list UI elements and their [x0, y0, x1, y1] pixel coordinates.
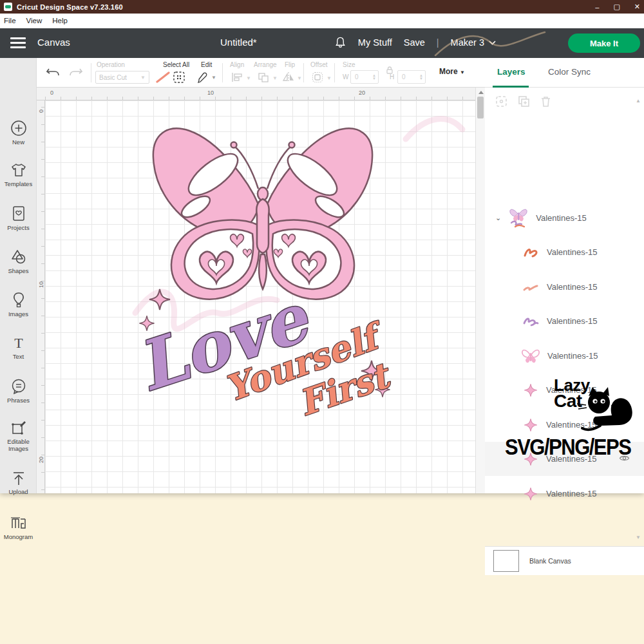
size-label: Size — [343, 61, 355, 68]
visibility-eye-icon[interactable] — [619, 454, 630, 462]
select-all-label[interactable]: Select All — [163, 61, 189, 68]
upload-arrow-icon — [10, 470, 27, 487]
scrollbar-thumb[interactable] — [477, 97, 484, 118]
text-icon: T — [10, 335, 27, 352]
panel-scroll-up-arrow[interactable]: ▲ — [636, 98, 641, 104]
menu-bar: File View Help — [0, 14, 644, 28]
script-thumbnail-purple — [522, 314, 539, 328]
layer-row[interactable]: Valentines-15 — [485, 235, 644, 269]
make-it-button[interactable]: Make It — [568, 33, 640, 53]
menu-view[interactable]: View — [26, 17, 43, 24]
notification-bell-icon[interactable] — [334, 36, 346, 49]
chevron-down-icon[interactable]: ⌄ — [495, 214, 501, 222]
flip-icon — [282, 72, 295, 82]
layer-row-highlighted[interactable]: Valentines-15 — [485, 442, 644, 476]
duplicate-icon[interactable] — [518, 95, 530, 108]
sidebar-item-templates[interactable]: Templates — [0, 161, 37, 188]
undo-icon[interactable] — [46, 66, 60, 79]
window-title: Cricut Design Space v7.23.160 — [17, 3, 123, 11]
menu-help[interactable]: Help — [52, 17, 68, 24]
edit-pencil-icon[interactable] — [196, 71, 209, 84]
butterfly-thumbnail-pink — [522, 348, 540, 364]
layer-row[interactable]: Valentines-15 — [485, 408, 644, 442]
cricut-app-icon — [4, 3, 12, 11]
group-thumbnail-butterfly-design — [509, 207, 528, 229]
design-canvas[interactable]: Love Yourself First — [45, 100, 475, 493]
operation-label: Operation — [97, 61, 125, 68]
redo-icon[interactable] — [69, 66, 83, 79]
height-input[interactable]: 0 ▲▼ — [397, 70, 426, 84]
sparkle-thumbnail-icon — [523, 451, 538, 467]
maximize-button[interactable]: ▢ — [613, 3, 620, 11]
sidebar-item-shapes[interactable]: Shapes — [0, 248, 37, 275]
menu-file[interactable]: File — [4, 17, 16, 24]
canvas-vertical-scrollbar[interactable] — [475, 88, 485, 493]
app-window: Cricut Design Space v7.23.160 – ▢ ✕ File… — [0, 0, 644, 493]
speech-bubble-icon — [10, 377, 28, 395]
width-input[interactable]: 0 ▲▼ — [350, 70, 379, 84]
editable-pen-icon — [10, 420, 28, 437]
script-thumbnail-orange — [522, 245, 539, 260]
minimize-button[interactable]: – — [595, 3, 599, 11]
sidebar-item-editable-images[interactable]: Editable Images — [0, 420, 37, 452]
hot-air-balloon-icon — [10, 291, 27, 309]
edit-label[interactable]: Edit — [201, 61, 212, 68]
butterfly-graphic[interactable] — [153, 128, 372, 299]
height-label: H — [390, 73, 394, 80]
svg-text:T: T — [14, 335, 23, 351]
canvas-color-swatch[interactable] — [493, 550, 519, 572]
nav-bar: Canvas Untitled* My Stuff Save | Maker 3… — [0, 28, 644, 58]
my-stuff-link[interactable]: My Stuff — [358, 37, 392, 48]
hamburger-menu-icon[interactable] — [10, 37, 26, 51]
active-tab-indicator — [493, 86, 529, 88]
layer-row[interactable]: Valentines-15 — [485, 304, 644, 338]
width-label: W — [343, 73, 348, 80]
chevron-down-icon: ▼ — [140, 75, 146, 80]
layer-row[interactable]: Valentines-15 — [485, 373, 644, 407]
sidebar-item-new[interactable]: New — [0, 119, 37, 146]
blank-canvas-row[interactable]: Blank Canvas — [485, 546, 644, 575]
sidebar-item-text[interactable]: T Text — [0, 335, 37, 361]
more-menu[interactable]: More ▼ — [439, 67, 465, 76]
width-stepper[interactable]: ▲▼ — [372, 74, 376, 80]
plus-circle-icon — [10, 119, 28, 137]
sidebar-item-monogram[interactable]: Monogram — [0, 515, 37, 541]
sparkle-thumbnail-icon — [523, 383, 538, 398]
align-icon — [231, 72, 243, 82]
save-button[interactable]: Save — [404, 37, 425, 48]
operation-color-swatch[interactable] — [155, 71, 171, 84]
project-card-icon — [10, 205, 27, 223]
layers-panel: Layers Color Sync ▲ ⌄ Valentines-15 — [485, 58, 644, 493]
watermark-scribble — [431, 30, 547, 58]
document-title[interactable]: Untitled* — [220, 37, 257, 48]
tab-layers[interactable]: Layers — [497, 67, 526, 77]
sidebar-item-images[interactable]: Images — [0, 291, 37, 318]
align-label: Align — [230, 61, 244, 68]
layer-row[interactable]: Valentines-15 — [485, 477, 644, 511]
delete-trash-icon[interactable] — [540, 95, 551, 108]
blank-canvas-label: Blank Canvas — [529, 557, 571, 565]
offset-label: Offset — [310, 61, 328, 68]
select-all-icon[interactable] — [173, 71, 185, 84]
operation-dropdown[interactable]: Basic Cut ▼ — [95, 71, 149, 84]
height-stepper[interactable]: ▲▼ — [419, 74, 423, 80]
layer-row[interactable]: Valentines-15 — [485, 270, 644, 304]
layer-row-group[interactable]: ⌄ Valentines-15 — [485, 201, 644, 235]
sparkle-thumbnail-icon — [523, 486, 538, 502]
group-select-icon[interactable] — [495, 95, 507, 108]
tshirt-icon — [10, 161, 28, 179]
flip-label: Flip — [285, 61, 295, 68]
sidebar-item-upload[interactable]: Upload — [0, 470, 37, 496]
layer-row[interactable]: Valentines-15 — [485, 339, 644, 373]
panel-scroll-down-arrow[interactable]: ▼ — [636, 535, 641, 540]
left-sidebar: New Templates Projects Shapes Images T T… — [0, 58, 37, 493]
close-button[interactable]: ✕ — [634, 3, 640, 11]
horizontal-ruler: 0 10 20 — [37, 88, 475, 100]
scroll-up-arrow[interactable] — [478, 91, 484, 94]
tab-color-sync[interactable]: Color Sync — [548, 67, 591, 77]
design-artwork[interactable]: Love Yourself First — [45, 100, 475, 493]
sidebar-item-projects[interactable]: Projects — [0, 205, 37, 232]
chevron-down-icon[interactable]: ▼ — [211, 75, 216, 80]
sidebar-item-phrases[interactable]: Phrases — [0, 377, 37, 404]
sparkle-thumbnail-icon — [523, 417, 538, 433]
